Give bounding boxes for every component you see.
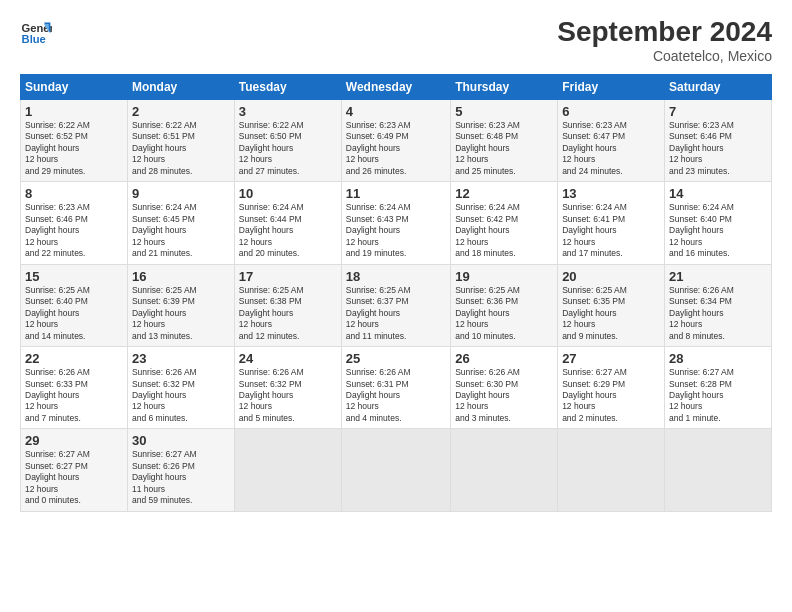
table-row: 24Sunrise: 6:26 AMSunset: 6:32 PMDayligh… xyxy=(234,347,341,429)
col-wednesday: Wednesday xyxy=(341,75,450,100)
svg-text:Blue: Blue xyxy=(22,33,46,45)
day-info: Sunrise: 6:22 AMSunset: 6:51 PMDaylight … xyxy=(132,120,230,177)
day-info: Sunrise: 6:27 AMSunset: 6:27 PMDaylight … xyxy=(25,449,123,506)
table-row: 21Sunrise: 6:26 AMSunset: 6:34 PMDayligh… xyxy=(665,264,772,346)
table-row: 12Sunrise: 6:24 AMSunset: 6:42 PMDayligh… xyxy=(451,182,558,264)
day-number: 20 xyxy=(562,269,660,284)
table-row: 15Sunrise: 6:25 AMSunset: 6:40 PMDayligh… xyxy=(21,264,128,346)
table-row: 22Sunrise: 6:26 AMSunset: 6:33 PMDayligh… xyxy=(21,347,128,429)
col-sunday: Sunday xyxy=(21,75,128,100)
day-number: 15 xyxy=(25,269,123,284)
col-saturday: Saturday xyxy=(665,75,772,100)
location: Coatetelco, Mexico xyxy=(557,48,772,64)
header: General Blue September 2024 Coatetelco, … xyxy=(20,16,772,64)
day-info: Sunrise: 6:26 AMSunset: 6:34 PMDaylight … xyxy=(669,285,767,342)
calendar-week-5: 29Sunrise: 6:27 AMSunset: 6:27 PMDayligh… xyxy=(21,429,772,511)
table-row xyxy=(665,429,772,511)
table-row: 4Sunrise: 6:23 AMSunset: 6:49 PMDaylight… xyxy=(341,100,450,182)
day-number: 17 xyxy=(239,269,337,284)
title-block: September 2024 Coatetelco, Mexico xyxy=(557,16,772,64)
day-number: 24 xyxy=(239,351,337,366)
day-number: 28 xyxy=(669,351,767,366)
table-row xyxy=(558,429,665,511)
day-number: 22 xyxy=(25,351,123,366)
table-row: 29Sunrise: 6:27 AMSunset: 6:27 PMDayligh… xyxy=(21,429,128,511)
table-row: 9Sunrise: 6:24 AMSunset: 6:45 PMDaylight… xyxy=(127,182,234,264)
page: General Blue September 2024 Coatetelco, … xyxy=(0,0,792,612)
day-info: Sunrise: 6:27 AMSunset: 6:29 PMDaylight … xyxy=(562,367,660,424)
day-number: 19 xyxy=(455,269,553,284)
table-row: 1Sunrise: 6:22 AMSunset: 6:52 PMDaylight… xyxy=(21,100,128,182)
day-info: Sunrise: 6:24 AMSunset: 6:41 PMDaylight … xyxy=(562,202,660,259)
day-info: Sunrise: 6:23 AMSunset: 6:48 PMDaylight … xyxy=(455,120,553,177)
logo: General Blue xyxy=(20,16,52,48)
table-row xyxy=(234,429,341,511)
month-title: September 2024 xyxy=(557,16,772,48)
calendar-week-3: 15Sunrise: 6:25 AMSunset: 6:40 PMDayligh… xyxy=(21,264,772,346)
day-number: 11 xyxy=(346,186,446,201)
table-row: 5Sunrise: 6:23 AMSunset: 6:48 PMDaylight… xyxy=(451,100,558,182)
calendar-week-4: 22Sunrise: 6:26 AMSunset: 6:33 PMDayligh… xyxy=(21,347,772,429)
day-info: Sunrise: 6:24 AMSunset: 6:42 PMDaylight … xyxy=(455,202,553,259)
day-info: Sunrise: 6:23 AMSunset: 6:46 PMDaylight … xyxy=(669,120,767,177)
day-info: Sunrise: 6:22 AMSunset: 6:52 PMDaylight … xyxy=(25,120,123,177)
day-number: 30 xyxy=(132,433,230,448)
table-row: 28Sunrise: 6:27 AMSunset: 6:28 PMDayligh… xyxy=(665,347,772,429)
day-info: Sunrise: 6:24 AMSunset: 6:43 PMDaylight … xyxy=(346,202,446,259)
day-number: 27 xyxy=(562,351,660,366)
day-info: Sunrise: 6:26 AMSunset: 6:33 PMDaylight … xyxy=(25,367,123,424)
calendar-table: Sunday Monday Tuesday Wednesday Thursday… xyxy=(20,74,772,512)
day-number: 26 xyxy=(455,351,553,366)
day-info: Sunrise: 6:24 AMSunset: 6:44 PMDaylight … xyxy=(239,202,337,259)
day-number: 21 xyxy=(669,269,767,284)
day-info: Sunrise: 6:27 AMSunset: 6:28 PMDaylight … xyxy=(669,367,767,424)
col-thursday: Thursday xyxy=(451,75,558,100)
table-row: 23Sunrise: 6:26 AMSunset: 6:32 PMDayligh… xyxy=(127,347,234,429)
day-number: 12 xyxy=(455,186,553,201)
table-row: 16Sunrise: 6:25 AMSunset: 6:39 PMDayligh… xyxy=(127,264,234,346)
day-info: Sunrise: 6:24 AMSunset: 6:45 PMDaylight … xyxy=(132,202,230,259)
day-info: Sunrise: 6:25 AMSunset: 6:35 PMDaylight … xyxy=(562,285,660,342)
logo-icon: General Blue xyxy=(20,16,52,48)
day-info: Sunrise: 6:26 AMSunset: 6:31 PMDaylight … xyxy=(346,367,446,424)
table-row: 7Sunrise: 6:23 AMSunset: 6:46 PMDaylight… xyxy=(665,100,772,182)
day-number: 8 xyxy=(25,186,123,201)
day-number: 10 xyxy=(239,186,337,201)
table-row: 6Sunrise: 6:23 AMSunset: 6:47 PMDaylight… xyxy=(558,100,665,182)
day-number: 13 xyxy=(562,186,660,201)
table-row: 2Sunrise: 6:22 AMSunset: 6:51 PMDaylight… xyxy=(127,100,234,182)
day-info: Sunrise: 6:23 AMSunset: 6:46 PMDaylight … xyxy=(25,202,123,259)
day-info: Sunrise: 6:22 AMSunset: 6:50 PMDaylight … xyxy=(239,120,337,177)
day-info: Sunrise: 6:24 AMSunset: 6:40 PMDaylight … xyxy=(669,202,767,259)
day-number: 4 xyxy=(346,104,446,119)
table-row: 18Sunrise: 6:25 AMSunset: 6:37 PMDayligh… xyxy=(341,264,450,346)
day-info: Sunrise: 6:25 AMSunset: 6:37 PMDaylight … xyxy=(346,285,446,342)
col-monday: Monday xyxy=(127,75,234,100)
day-number: 25 xyxy=(346,351,446,366)
table-row: 13Sunrise: 6:24 AMSunset: 6:41 PMDayligh… xyxy=(558,182,665,264)
calendar-week-1: 1Sunrise: 6:22 AMSunset: 6:52 PMDaylight… xyxy=(21,100,772,182)
day-info: Sunrise: 6:23 AMSunset: 6:49 PMDaylight … xyxy=(346,120,446,177)
day-number: 9 xyxy=(132,186,230,201)
day-number: 16 xyxy=(132,269,230,284)
header-row: Sunday Monday Tuesday Wednesday Thursday… xyxy=(21,75,772,100)
table-row xyxy=(341,429,450,511)
day-number: 29 xyxy=(25,433,123,448)
day-info: Sunrise: 6:26 AMSunset: 6:32 PMDaylight … xyxy=(132,367,230,424)
table-row: 11Sunrise: 6:24 AMSunset: 6:43 PMDayligh… xyxy=(341,182,450,264)
day-number: 18 xyxy=(346,269,446,284)
day-info: Sunrise: 6:25 AMSunset: 6:36 PMDaylight … xyxy=(455,285,553,342)
day-number: 5 xyxy=(455,104,553,119)
day-info: Sunrise: 6:23 AMSunset: 6:47 PMDaylight … xyxy=(562,120,660,177)
table-row: 8Sunrise: 6:23 AMSunset: 6:46 PMDaylight… xyxy=(21,182,128,264)
table-row xyxy=(451,429,558,511)
day-number: 14 xyxy=(669,186,767,201)
day-number: 6 xyxy=(562,104,660,119)
table-row: 14Sunrise: 6:24 AMSunset: 6:40 PMDayligh… xyxy=(665,182,772,264)
day-number: 1 xyxy=(25,104,123,119)
table-row: 26Sunrise: 6:26 AMSunset: 6:30 PMDayligh… xyxy=(451,347,558,429)
day-info: Sunrise: 6:26 AMSunset: 6:30 PMDaylight … xyxy=(455,367,553,424)
table-row: 25Sunrise: 6:26 AMSunset: 6:31 PMDayligh… xyxy=(341,347,450,429)
day-number: 7 xyxy=(669,104,767,119)
day-number: 23 xyxy=(132,351,230,366)
